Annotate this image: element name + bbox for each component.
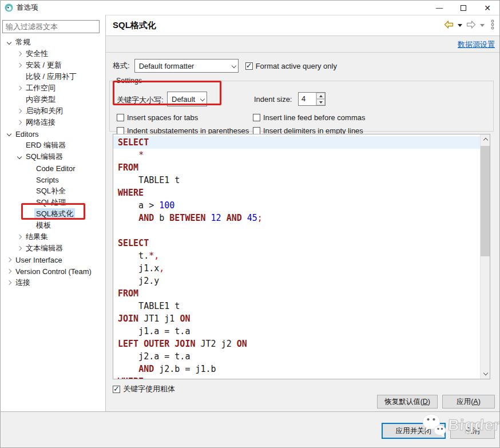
main-panel: SQL格式化 数据源设置 格式: Default formatt	[106, 15, 500, 411]
tree-item-label: 比较 / 应用补丁	[24, 71, 78, 82]
chevron-down-icon	[483, 371, 487, 375]
tree-item[interactable]: 网络连接	[1, 117, 105, 128]
format-row: 格式: Default formatter Format active quer…	[113, 58, 495, 73]
app-logo-icon	[5, 3, 13, 12]
filter-input[interactable]	[2, 20, 100, 33]
tree-item[interactable]: 安全性	[1, 48, 105, 60]
tree-item[interactable]: Code Editor	[1, 162, 105, 174]
forward-history-dropdown-icon[interactable]	[480, 24, 485, 27]
settings-group: Settings 关键字大小写: Default Indent size: 4 …	[109, 77, 494, 132]
chevron-right-icon[interactable]	[4, 258, 14, 261]
tree-item[interactable]: 内容类型	[1, 94, 105, 105]
formatter-combo[interactable]: Default formatter	[134, 59, 239, 73]
code-line: JOIN JT1 j1 ON	[113, 312, 480, 325]
tree-item-label: 启动和关闭	[24, 105, 65, 117]
restore-defaults-text: 恢复默认值(	[384, 397, 423, 407]
chevron-right-icon[interactable]	[14, 109, 24, 113]
tree-item-label: 安全性	[24, 48, 50, 60]
chevron-down-icon[interactable]	[4, 132, 14, 136]
scroll-up-button[interactable]	[481, 134, 490, 144]
bold-keywords-checkbox[interactable]	[113, 386, 120, 393]
tree-item[interactable]: 比较 / 应用补丁	[1, 71, 105, 82]
spinner-down-button[interactable]	[316, 99, 325, 105]
insert-spaces-for-tabs-label: Insert spaces for tabs	[127, 113, 198, 122]
forward-icon[interactable]	[466, 21, 476, 30]
indent-size-value: 4	[299, 93, 316, 105]
chevron-right-icon[interactable]	[14, 64, 24, 67]
chevron-right-icon[interactable]	[14, 247, 24, 250]
tree-item[interactable]: User Interface	[1, 254, 105, 265]
apply-and-close-button[interactable]: 应用并关闭	[382, 423, 446, 439]
spinner-up-button[interactable]	[316, 93, 325, 99]
tree-item[interactable]: Scripts	[1, 174, 105, 185]
scrollbar-thumb[interactable]	[481, 146, 490, 256]
settings-legend: Settings	[114, 77, 144, 85]
tree-item[interactable]: 文本编辑器	[1, 243, 105, 254]
tree-item[interactable]: SQL编辑器	[1, 151, 105, 162]
chevron-right-icon[interactable]	[14, 121, 24, 124]
tree-item-label: 工作空间	[24, 82, 57, 94]
tree-item[interactable]: 模板	[1, 220, 105, 231]
chevron-right-icon[interactable]	[14, 235, 24, 239]
chevron-down-icon	[231, 64, 236, 68]
formatter-combo-value: Default formatter	[139, 62, 228, 70]
close-icon: ✕	[484, 3, 491, 13]
format-active-query-checkbox[interactable]	[245, 62, 253, 70]
chevron-right-icon[interactable]	[14, 52, 24, 55]
back-history-dropdown-icon[interactable]	[458, 24, 462, 27]
insert-spaces-for-tabs-checkbox[interactable]	[117, 114, 124, 121]
chevron-right-icon[interactable]	[4, 281, 14, 284]
code-line: TABLE1 t	[113, 300, 480, 312]
tree-item[interactable]: Version Control (Team)	[1, 265, 105, 277]
sql-preview[interactable]: SELECT *FROM TABLE1 tWHERE a > 100 AND b…	[113, 134, 490, 379]
close-button[interactable]: ✕	[475, 1, 499, 15]
tree-item-label: Editors	[14, 129, 40, 139]
tree-item[interactable]: SQL处理	[1, 197, 105, 208]
tree-item[interactable]: 启动和关闭	[1, 105, 105, 117]
sidebar: 常规安全性安装 / 更新比较 / 应用补丁工作空间内容类型启动和关闭网络连接Ed…	[1, 15, 106, 411]
bottom-bar: 应用并关闭 取消	[1, 411, 499, 448]
datasource-settings-link[interactable]: 数据源设置	[458, 39, 495, 50]
apply-button[interactable]: 应用(A)	[442, 395, 495, 409]
datasource-band: 数据源设置	[106, 37, 500, 53]
tree-item[interactable]: 连接	[1, 277, 105, 288]
tree-item[interactable]: 结果集	[1, 231, 105, 243]
cancel-button[interactable]: 取消	[450, 423, 495, 439]
minimize-icon: —	[436, 4, 443, 12]
back-icon[interactable]	[444, 21, 454, 30]
tree-item[interactable]: 工作空间	[1, 82, 105, 94]
maximize-button[interactable]	[451, 1, 475, 15]
tree-item[interactable]: 常规	[1, 37, 105, 48]
vertical-scrollbar[interactable]	[480, 134, 490, 379]
scroll-down-button[interactable]	[481, 369, 490, 379]
tree-item-label: 模板	[34, 220, 53, 231]
code-line: WHERE	[113, 187, 480, 199]
code-line: WHERE	[113, 375, 480, 379]
code-line: a > 100	[113, 199, 480, 212]
tree-item-label: ERD 编辑器	[24, 140, 68, 151]
chevron-right-icon[interactable]	[4, 269, 14, 273]
code-line: j1.a = t.a	[113, 325, 480, 338]
preferences-tree: 常规安全性安装 / 更新比较 / 应用补丁工作空间内容类型启动和关闭网络连接Ed…	[1, 37, 105, 288]
restore-defaults-button[interactable]: 恢复默认值(D)	[377, 395, 438, 409]
page-title: SQL格式化	[113, 20, 156, 31]
tree-item-label: Code Editor	[34, 164, 77, 173]
minimize-button[interactable]: —	[427, 1, 451, 15]
code-line: LEFT OUTER JOIN JT2 j2 ON	[113, 338, 480, 350]
line-feed-before-commas-checkbox[interactable]	[253, 114, 260, 121]
keyword-case-combo[interactable]: Default	[167, 92, 207, 106]
tree-item[interactable]: SQL格式化	[1, 208, 105, 220]
tree-item[interactable]: Editors	[1, 128, 105, 140]
tree-item[interactable]: 安装 / 更新	[1, 60, 105, 71]
chevron-right-icon[interactable]	[14, 86, 24, 90]
restore-defaults-mnemonic: D	[423, 398, 428, 406]
tree-item[interactable]: ERD 编辑器	[1, 140, 105, 151]
chevron-down-icon[interactable]	[4, 41, 14, 44]
chevron-down-icon[interactable]	[14, 155, 24, 158]
restore-defaults-text-end: )	[428, 398, 430, 406]
tree-item[interactable]: SQL补全	[1, 185, 105, 197]
tree-item-label: SQL处理	[34, 197, 68, 208]
apply-text: 应用(	[457, 397, 473, 407]
indent-size-spinner[interactable]: 4	[298, 92, 326, 106]
view-menu-icon[interactable]	[490, 19, 495, 31]
